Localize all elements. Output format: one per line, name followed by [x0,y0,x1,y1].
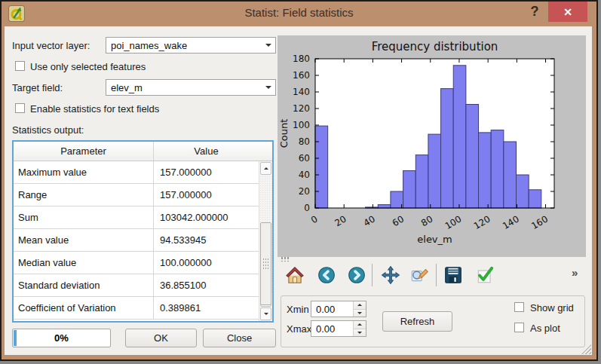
apply-check-icon[interactable] [475,265,495,285]
table-row[interactable]: Maximum value157.000000 [14,161,259,184]
parameter-cell: Mean value [14,229,154,251]
home-icon[interactable] [285,265,305,285]
xmin-spin-down-button[interactable] [354,309,366,317]
value-cell: 103042.000000 [154,206,259,228]
value-cell: 94.533945 [154,229,259,251]
close-button[interactable]: Close [203,329,276,347]
plot-toolbar [284,262,495,288]
arrow-down-icon [357,332,362,334]
input-vector-layer-label: Input vector layer: [12,40,90,51]
enable-text-stats-checkbox[interactable] [15,103,25,113]
xmax-label: Xmax [287,323,311,335]
thumb-grip-icon [262,258,269,270]
progress-label: 0% [13,329,110,347]
parameter-column-header[interactable]: Parameter [14,142,154,161]
scroll-down-button[interactable] [260,307,271,320]
pan-icon[interactable] [381,265,400,285]
as-plot-checkbox[interactable] [514,323,524,332]
xmax-spinbox[interactable]: 0.00 [311,320,366,337]
xmin-spin-up-button[interactable] [354,301,366,309]
arrow-up-icon [264,167,268,170]
use-selected-features-label: Use only selected features [30,61,146,72]
svg-text:elev_m: elev_m [417,234,452,245]
svg-text:160: 160 [293,70,310,81]
ok-button[interactable]: OK [125,329,197,347]
value-cell: 36.855100 [154,274,259,296]
parameter-cell: Range [14,184,154,206]
close-window-button[interactable]: ✕ [548,2,587,22]
show-grid-label: Show grid [530,302,574,314]
svg-text:Count: Count [278,119,290,148]
combobox-arrow-icon[interactable] [262,44,275,47]
xmin-label: Xmin [287,304,309,315]
arrow-down-icon [357,312,362,314]
xmin-value: 0.00 [311,301,353,317]
zoom-edit-icon[interactable] [409,265,429,285]
statistics-table[interactable]: Parameter Value Maximum value157.000000R… [12,140,274,323]
table-row[interactable]: Standard deviation36.855100 [14,274,259,297]
target-field-combobox[interactable]: elev_m [106,79,276,96]
close-icon: ✕ [563,6,572,18]
xmax-spin-up-button[interactable] [354,321,366,329]
scroll-up-button[interactable] [260,162,271,175]
value-cell: 0.389861 [154,297,259,319]
toolbar-overflow-button[interactable]: » [572,266,578,279]
as-plot-label: As plot [530,323,560,334]
svg-text:Frequency distribution: Frequency distribution [372,40,498,54]
svg-text:20: 20 [299,186,310,197]
svg-text:180: 180 [293,54,310,64]
scrollbar-thumb[interactable] [260,222,271,305]
use-selected-features-checkbox[interactable] [15,61,25,71]
progress-chunk [14,330,17,346]
enable-text-stats-label: Enable statistics for text fields [30,103,159,115]
scrollbar-track[interactable] [259,176,272,293]
window-title: Statist: Field statistics [2,6,596,19]
xmax-spin-down-button[interactable] [354,329,366,337]
input-vector-layer-value: poi_names_wake [106,40,262,51]
table-header-row: Parameter Value [14,142,272,161]
table-row[interactable]: Median value100.000000 [14,252,259,274]
save-icon[interactable] [443,265,463,285]
parameter-cell: Maximum value [14,161,154,183]
value-cell: 157.000000 [154,184,259,206]
xmax-value: 0.00 [311,321,353,336]
svg-text:100: 100 [293,120,310,130]
arrow-down-icon [264,313,268,315]
statist-dialog-window: Statist: Field statistics ? ✕ Input vect… [0,0,598,361]
statistics-output-label: Statistics output: [12,124,84,136]
help-button[interactable]: ? [526,4,544,23]
table-vertical-scrollbar[interactable] [259,161,272,321]
value-cell: 100.000000 [154,252,259,274]
svg-text:40: 40 [299,170,310,180]
parameter-cell: Median value [14,252,154,274]
show-grid-checkbox[interactable] [514,302,524,312]
value-cell: 157.000000 [154,161,259,183]
xmin-spinbox[interactable]: 0.00 [311,301,366,317]
arrow-up-icon [357,304,362,306]
input-vector-layer-combobox[interactable]: poi_names_wake [106,37,276,54]
progress-bar: 0% [12,329,111,347]
table-row[interactable]: Sum103042.000000 [14,206,259,229]
parameter-cell: Sum [14,206,154,228]
frequency-histogram-canvas[interactable]: 0204060801001201401600204060801001201401… [278,35,586,257]
table-row[interactable]: Mean value94.533945 [14,229,259,252]
svg-text:140: 140 [293,87,310,97]
forward-icon[interactable] [347,265,366,285]
svg-text:60: 60 [299,153,310,164]
parameter-cell: Standard deviation [14,274,154,296]
target-field-label: Target field: [12,82,63,93]
value-column-header[interactable]: Value [154,142,259,161]
svg-text:120: 120 [293,103,310,114]
combobox-arrow-icon[interactable] [262,86,275,89]
back-icon[interactable] [317,265,336,285]
table-row[interactable]: Coefficient of Variation0.389861 [14,297,259,320]
refresh-button[interactable]: Refresh [382,311,452,332]
toolbar-separator [372,264,373,286]
toolbar-separator [436,264,437,286]
titlebar[interactable]: Statist: Field statistics ? ✕ [2,2,596,26]
target-field-value: elev_m [106,82,262,93]
table-row[interactable]: Range157.000000 [14,184,259,206]
svg-text:0: 0 [304,203,310,213]
arrow-up-icon [357,323,362,326]
svg-text:80: 80 [299,136,310,147]
